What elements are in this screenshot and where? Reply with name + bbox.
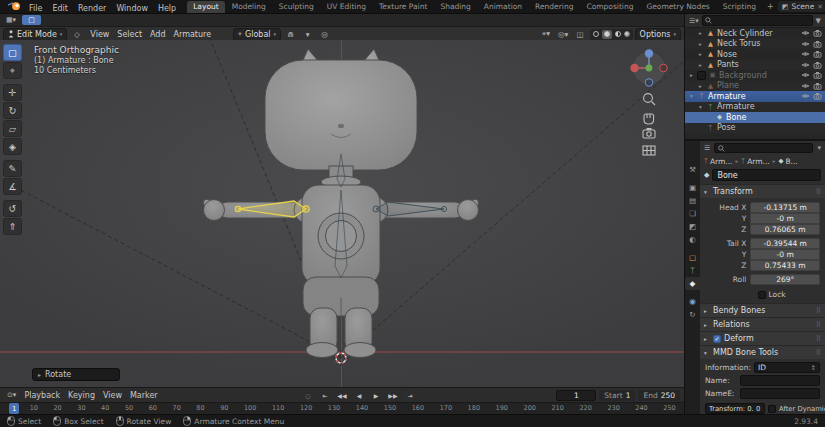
blender-logo-icon[interactable] — [4, 0, 24, 13]
panel-bendy-bones[interactable]: ▸ Bendy Bones ⠿ — [700, 303, 825, 317]
transport-play-button[interactable]: ▶ — [368, 390, 384, 401]
hide-viewport-eye-icon[interactable] — [801, 29, 810, 37]
viewport-canvas[interactable]: Front Orthographic (1) Armature : Bone 1… — [0, 40, 684, 387]
disable-render-camera-icon[interactable] — [813, 61, 822, 69]
workspace-tab-sculpting[interactable]: Sculpting — [273, 1, 320, 13]
expand-toggle-icon[interactable]: ▸ — [697, 41, 704, 47]
disable-render-camera-icon[interactable] — [813, 40, 822, 48]
workspace-tab-layout[interactable]: Layout — [187, 1, 225, 13]
panel-transform[interactable]: ▾ Transform ⠿ — [700, 184, 825, 198]
properties-tab-tool[interactable]: ⚒ — [685, 163, 700, 176]
disable-render-camera-icon[interactable] — [813, 29, 822, 37]
shading-material-icon[interactable] — [615, 31, 621, 37]
outliner-row-background[interactable]: ▸▣Background — [685, 70, 825, 81]
tool-move[interactable]: ✛ — [3, 84, 22, 101]
workspace-tab-compositing[interactable]: Compositing — [580, 1, 639, 13]
outliner-row-bone[interactable]: ◆Bone — [685, 112, 825, 123]
lock-checkbox[interactable] — [758, 291, 766, 299]
playhead[interactable]: 1 — [9, 403, 19, 414]
show-gizmo-icon[interactable]: ⌖▾ — [539, 29, 554, 40]
expand-toggle-icon[interactable]: ▸ — [697, 83, 704, 89]
workspace-tab-modeling[interactable]: Modeling — [226, 1, 272, 13]
shading-solid-icon[interactable] — [602, 30, 612, 39]
timeline-menu-marker[interactable]: Marker — [126, 391, 162, 400]
frame-start-field[interactable]: Start 1 — [599, 390, 635, 401]
breadcrumb-object[interactable]: ᛉ Arm... — [704, 157, 732, 166]
hide-viewport-eye-icon[interactable] — [801, 92, 810, 100]
outliner-row-neck-cylinder[interactable]: ▸▲Neck Cylinder — [685, 28, 825, 39]
hide-viewport-eye-icon[interactable] — [801, 61, 810, 69]
tool-roll[interactable]: ↺ — [3, 200, 22, 217]
workspace-tab-texture-paint[interactable]: Texture Paint — [373, 1, 433, 13]
snap-magnet-icon[interactable]: ⋒ — [283, 29, 298, 40]
breadcrumb-bone[interactable]: ◆ B... — [778, 157, 797, 166]
unlink-scene-icon[interactable]: ✕ — [817, 3, 823, 11]
hide-viewport-eye-icon[interactable] — [801, 71, 810, 79]
transform-orientation-dropdown[interactable]: ⌖ Global ▾ — [233, 28, 281, 41]
outliner-row-nose[interactable]: ▸▲Nose — [685, 49, 825, 60]
options-dropdown[interactable]: Options ▾ — [635, 28, 681, 41]
panel-mmd-bone-tools[interactable]: ▾ MMD Bone Tools ⠿ — [700, 345, 825, 359]
disable-render-camera-icon[interactable] — [813, 50, 822, 58]
properties-tab-view-layer[interactable]: ❏ — [685, 207, 700, 220]
timeline-menu-playback[interactable]: Playback — [20, 391, 64, 400]
number-field[interactable]: -0.39544 m — [750, 238, 820, 249]
hide-viewport-eye-icon[interactable] — [801, 82, 810, 90]
active-tool-select-box-icon[interactable]: ▢ — [22, 15, 41, 25]
disable-render-camera-icon[interactable] — [813, 92, 822, 100]
mmd-name-en-input[interactable] — [740, 388, 820, 399]
collection-exclude-checkbox[interactable] — [697, 71, 706, 80]
viewport-nav-icons[interactable] — [643, 94, 655, 155]
outliner-search-input[interactable] — [702, 15, 813, 26]
viewport-menu-select[interactable]: Select — [113, 30, 146, 39]
expand-toggle-icon[interactable]: ▾ — [697, 104, 704, 110]
properties-editor-type-icon[interactable]: ☰ — [703, 144, 711, 152]
overlays-icon[interactable]: ◎▾ — [556, 29, 571, 40]
properties-tab-object[interactable]: ▢ — [685, 251, 700, 264]
expand-toggle-icon[interactable]: ▸ — [688, 72, 695, 78]
properties-search-input[interactable] — [714, 143, 813, 153]
tool-rotate[interactable]: ↻ — [3, 102, 22, 119]
outliner-row-neck-torus[interactable]: ▸▲Neck Torus — [685, 39, 825, 50]
properties-tab-bone[interactable]: ◆ — [685, 277, 700, 290]
hide-viewport-eye-icon[interactable] — [801, 40, 810, 48]
outliner-row-armature[interactable]: ▾ᛉArmature — [685, 91, 825, 102]
mmd-name-input[interactable] — [740, 375, 820, 386]
number-field[interactable]: -0 m — [750, 249, 820, 260]
outliner-row-armature[interactable]: ▾ᛉArmature — [685, 102, 825, 113]
panel-relations[interactable]: ▸ Relations ⠿ — [700, 317, 825, 331]
timeline-menu-view[interactable]: View — [99, 391, 126, 400]
snap-target-dropdown-icon[interactable]: ▾ — [300, 29, 315, 40]
viewport-menu-view[interactable]: View — [86, 30, 113, 39]
number-field[interactable]: 0.75433 m — [750, 260, 820, 271]
mmd-id-dropdown[interactable]: ID ↕ — [754, 362, 820, 373]
properties-tab-world[interactable]: ◐ — [685, 233, 700, 246]
transport-next-keyframe-button[interactable]: ▶▶ — [385, 390, 401, 401]
properties-tab-output[interactable]: ▤ — [685, 194, 700, 207]
transport-jump-end-button[interactable]: ⇥ — [402, 390, 418, 401]
expand-toggle-icon[interactable]: ▸ — [697, 62, 704, 68]
workspace-tab-rendering[interactable]: Rendering — [529, 1, 579, 13]
number-field[interactable]: 269° — [750, 274, 820, 285]
operator-redo-panel[interactable]: ▸ Rotate — [32, 368, 120, 381]
workspace-tab-animation[interactable]: Animation — [478, 1, 528, 13]
shading-wireframe-icon[interactable] — [593, 31, 599, 37]
hide-viewport-eye-icon[interactable] — [801, 50, 810, 58]
outliner-editor-type-icon[interactable]: ☰▾ — [688, 17, 700, 25]
viewport-menu-armature[interactable]: Armature — [170, 30, 216, 39]
proportional-editing-icon[interactable]: ◎ — [317, 29, 332, 40]
timeline-editor-type-icon[interactable]: ⊙▾ — [4, 390, 19, 400]
bone-select-mode-icon[interactable]: ◇ — [69, 29, 84, 40]
expand-toggle-icon[interactable]: ▸ — [697, 30, 704, 36]
disable-render-camera-icon[interactable] — [813, 82, 822, 90]
outliner-row-plane[interactable]: ▸▲Plane — [685, 81, 825, 92]
viewport-menu-add[interactable]: Add — [146, 30, 170, 39]
transport-auto-key-button[interactable]: ◌ — [300, 390, 316, 401]
workspace-tab-uv-editing[interactable]: UV Editing — [321, 1, 372, 13]
outliner-row-pants[interactable]: ▸▲Pants — [685, 60, 825, 71]
filter-icon[interactable]: ▼ — [815, 17, 822, 25]
filter-icon[interactable]: ▾ — [816, 144, 822, 152]
panel-deform[interactable]: ▸ Deform ⠿ — [700, 331, 825, 345]
transport-play-reverse-button[interactable]: ◀ — [351, 390, 367, 401]
number-field[interactable]: -0 m — [750, 213, 820, 224]
